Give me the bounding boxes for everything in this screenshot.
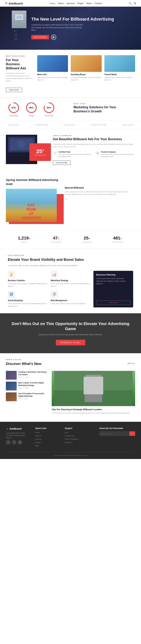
counter-plus-1: + [28,237,30,240]
counter-experience-label: Year Experience [50,241,62,243]
svg-rect-16 [86,375,101,377]
footer-logo-icon: ▼ [6,427,8,430]
social-branding-desc: Lorem ipsum dolor sit amet consectetur a… [8,302,48,308]
nav-home[interactable]: Home [50,2,55,4]
hooters-feature-title: Special Billboard [64,186,135,189]
hoarding-board-image [71,55,102,72]
hooters-image-wrap: EATNOWATHOOTERS [6,189,61,224]
trusted-title: Trusted Company [101,151,135,153]
navbar: ▼ AdsBoard Home About Services Pages New… [0,0,141,7]
services-grid: 💡 Business Solution Lorem ipsum dolor si… [8,271,133,308]
risk-management-icon: 🛡️ [51,291,58,298]
nav-about[interactable]: About [58,2,64,4]
certified-row: ✓ Certified Team Lorem ipsum dolor sit a… [53,151,135,158]
social-twitter[interactable]: t [12,440,16,445]
news-title-3: Top 8 Principles Of Successful Digital M… [18,392,49,397]
counter-pending: 25+ Pending Work [82,236,92,243]
trusted-company: ★ Trusted Company Lorem ipsum dolor sit … [95,151,135,158]
footer-link-about[interactable]: About Us [35,435,61,437]
design-value: 96% [29,106,34,109]
bs-card-metro: Metro Ads Elementum pretium diam at metu… [37,55,68,92]
footer-link-terms[interactable]: Terms & Conditions [65,438,96,440]
hooters-arrow-link[interactable]: → [64,197,135,200]
footer-link-projects[interactable]: Projects [35,441,61,444]
counter-projects-num: 1,219+ [18,236,30,241]
certified-icon: ✓ [53,151,57,155]
news-featured-caption: Tips For Choosing A Strategic Billboard … [52,406,135,416]
stat-technology: 80% Technology [43,102,55,117]
footer-link-privacy[interactable]: Privacy Policy [65,435,96,437]
best-solutions-left: BEST SOLUTIONS For Your Business Billboa… [6,55,37,92]
footer-link-faq[interactable]: FAQ [65,431,96,434]
newsletter-input[interactable] [99,431,130,436]
play-button[interactable]: ▶ [51,34,56,40]
stat-design-circle: 96% [26,102,37,114]
about-learn-more-button[interactable]: LEARN MORE [53,160,70,165]
nav-services[interactable]: Services [66,2,74,4]
footer-link-contact[interactable]: Contact Us [65,441,96,444]
search-icon[interactable]: 🔍 [129,2,132,5]
stats-circles: 87% Advertising 96% Design 80% [8,102,68,117]
marketing-strategy-icon: 📊 [51,271,58,278]
about-title: Get Beautiful Billboard Ads For Your Bus… [53,137,135,141]
technology-value: 80% [47,106,51,109]
footer-link-home[interactable]: Home [35,431,61,434]
news-text-1: Creating A Newsletter That Brings You Cl… [18,371,49,378]
social-instagram[interactable]: in [18,440,22,445]
footer-social: f t in [6,440,31,445]
nav-pages[interactable]: Pages [78,2,84,4]
counter-projects-label: Projects [18,241,30,243]
footer-newsletter-col: Subscribe Our Newsletter → [99,427,135,448]
stats-section: 87% Advertising 96% Design 80% [0,98,141,121]
svg-rect-15 [84,377,103,394]
business-solution-title: Business Solution [8,280,48,282]
logo-icon: ▼ [5,2,8,5]
news-header-left: NEWS & BLOG Discover What's New [6,359,41,368]
service-social-branding: 🌐 Social Branding Lorem ipsum dolor sit … [8,291,48,308]
hooters-feature-desc: Lorem ipsum dolor sit amet, consectetur … [64,191,135,196]
hero-title: The New Level For Billboard Advertising [31,16,114,22]
metro-ads-image [37,55,68,72]
counter-clients: 481+ Satisfied Clients [112,236,123,243]
footer-logo: ▼ AdsBoard [6,427,31,430]
certified-text: Certified Team Lorem ipsum dolor sit ame… [58,151,93,158]
menu-icon[interactable]: ☰ [134,2,136,5]
news-thumb-3 [6,392,17,401]
copyright-text: Copyright © AdsBoard 2024. All Rights Re… [53,454,88,456]
footer-logo-text: AdsBoard [10,427,22,430]
counter-pending-label: Pending Work [82,241,92,243]
best-solutions-cards: Metro Ads Elementum pretium diam at metu… [37,55,135,92]
hooters-right: Special Billboard Lorem ipsum dolor sit … [64,176,135,200]
services-desc: Lorem ipsum dolor sit amet, consectetur … [8,264,133,267]
nav-news[interactable]: News [86,2,92,4]
news-item-3: Top 8 Principles Of Successful Digital M… [6,392,49,401]
cta-button[interactable]: SCHEDULE A CALL [56,340,85,346]
get-started-button[interactable]: GET STARTED [31,35,49,39]
nav-contact[interactable]: Contact [94,2,102,4]
view-more-button[interactable]: VIEW MORE [6,88,22,92]
footer-link-services[interactable]: Services [35,438,61,440]
news-title: Discover What's New [6,362,41,366]
newsletter-submit-button[interactable]: → [130,431,135,436]
service-featured-content: Business Planning Lorem ipsum dolor sit … [96,274,130,285]
service-marketing-strategy: 📊 Marketing Strategy Lorem ipsum dolor s… [51,271,90,288]
transit-media-image [104,55,135,72]
service-featured-button[interactable]: VIEW MORE [96,300,130,305]
footer-support-title: Support [65,427,96,430]
cta-section: Don't Miss Out on This Opportunity to El… [0,313,141,353]
footer-bottom: Copyright © AdsBoard 2024. All Rights Re… [6,452,135,456]
transit-media-desc: Tristique augue pretium metus. Tristique… [104,76,135,81]
news-text-3: Top 8 Principles Of Successful Digital M… [18,392,49,400]
news-date-1: March 12, 2023 [18,376,49,378]
about-years-badge: 25+ Year Experience [30,143,51,161]
stat-advertising-circle: 87% [8,102,20,114]
bs-card-hoarding: Hoarding Board Examplele pretium diam at… [71,55,102,92]
footer-quick-links-col: Quick Links Home About Us Services Proje… [35,427,61,448]
counter-plus-2: + [58,237,59,240]
news-view-all[interactable]: VIEW ALL [127,362,135,364]
footer-link-blog[interactable]: Blog [35,445,61,447]
news-section: NEWS & BLOG Discover What's New VIEW ALL… [0,353,141,422]
social-facebook[interactable]: f [6,440,10,445]
counter-clients-label: Satisfied Clients [112,241,123,243]
logos-section: logoisum LOGOISUM logoisum LOGO IPSUM lo… [0,121,141,129]
